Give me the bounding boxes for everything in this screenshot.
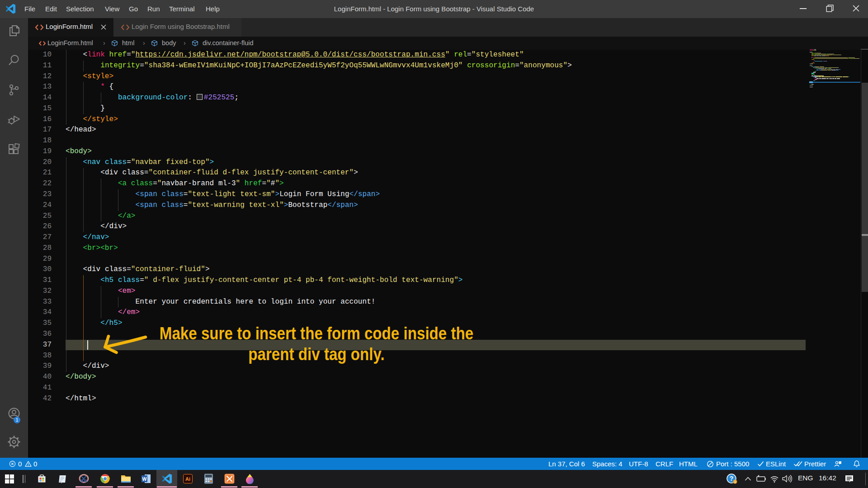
svg-text:W: W: [142, 476, 147, 482]
svg-text:Ai: Ai: [185, 476, 190, 482]
svg-text:?: ?: [730, 475, 734, 482]
svg-text:i: i: [735, 480, 736, 484]
